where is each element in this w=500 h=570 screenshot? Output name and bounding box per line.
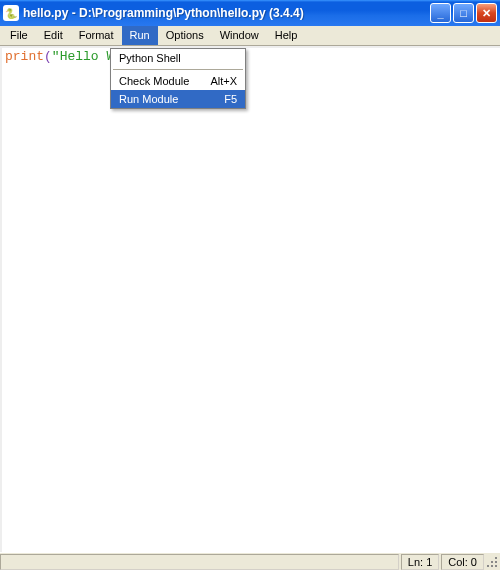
- menu-window[interactable]: Window: [212, 26, 267, 45]
- menu-file[interactable]: File: [2, 26, 36, 45]
- menu-item-label: Run Module: [119, 93, 178, 105]
- status-spacer: [0, 554, 399, 570]
- menu-item-label: Python Shell: [119, 52, 181, 64]
- statusbar: Ln: 1 Col: 0: [0, 552, 500, 570]
- maximize-button[interactable]: □: [453, 3, 474, 23]
- menubar: File Edit Format Run Options Window Help: [0, 26, 500, 46]
- menu-item-shortcut: Alt+X: [210, 75, 237, 87]
- menu-item-run-module[interactable]: Run Module F5: [111, 90, 245, 108]
- close-icon: ✕: [482, 7, 491, 20]
- menu-item-label: Check Module: [119, 75, 189, 87]
- maximize-icon: □: [460, 7, 467, 19]
- menu-format[interactable]: Format: [71, 26, 122, 45]
- minimize-icon: _: [437, 7, 443, 19]
- minimize-button[interactable]: _: [430, 3, 451, 23]
- menu-run[interactable]: Run: [122, 26, 158, 45]
- menu-item-shortcut: F5: [224, 93, 237, 105]
- window-title: hello.py - D:\Programming\Python\hello.p…: [23, 6, 430, 20]
- menu-options[interactable]: Options: [158, 26, 212, 45]
- menu-edit[interactable]: Edit: [36, 26, 71, 45]
- code-string: "Hello W: [52, 49, 114, 64]
- titlebar[interactable]: 🐍 hello.py - D:\Programming\Python\hello…: [0, 0, 500, 26]
- app-icon: 🐍: [3, 5, 19, 21]
- menu-item-python-shell[interactable]: Python Shell: [111, 49, 245, 67]
- status-col: Col: 0: [441, 554, 484, 570]
- code-line[interactable]: print("Hello W: [2, 48, 500, 65]
- code-keyword: print: [5, 49, 44, 64]
- close-button[interactable]: ✕: [476, 3, 497, 23]
- resize-grip[interactable]: [486, 554, 500, 570]
- menu-separator: [113, 69, 243, 70]
- window-buttons: _ □ ✕: [430, 3, 497, 23]
- menu-help[interactable]: Help: [267, 26, 306, 45]
- menu-item-check-module[interactable]: Check Module Alt+X: [111, 72, 245, 90]
- code-paren: (: [44, 49, 52, 64]
- run-dropdown: Python Shell Check Module Alt+X Run Modu…: [110, 48, 246, 109]
- status-line: Ln: 1: [401, 554, 439, 570]
- editor-area[interactable]: print("Hello W Python Shell Check Module…: [0, 46, 500, 552]
